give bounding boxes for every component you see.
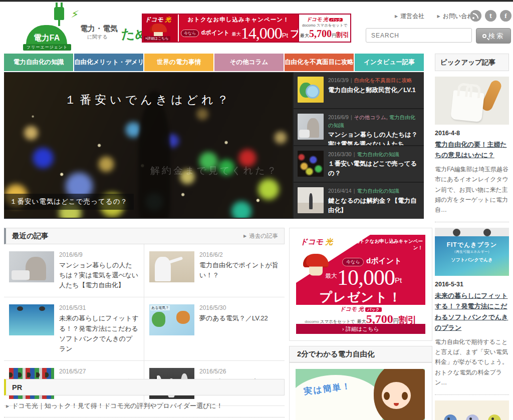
ad-max: 最大 xyxy=(325,272,337,279)
anime-girl-eye xyxy=(402,392,408,400)
banner-points: 14,000 xyxy=(241,24,282,42)
article-thumbnail xyxy=(149,251,194,282)
article-date: 2016-4-8 xyxy=(435,130,509,137)
article-thumbnail xyxy=(435,400,509,420)
hero-article-list: 2016/3/9|自由化を不真面目に攻略 電力自由化と郵政民営化／LV.1 20… xyxy=(294,72,424,219)
twitter-icon[interactable]: t xyxy=(485,10,496,22)
article-date: 2016/5/30 xyxy=(199,304,268,311)
sidebar-article[interactable]: 2016-5-20 xyxy=(435,395,509,420)
article-thumbnail xyxy=(9,251,54,282)
ad-docomo: docomo xyxy=(305,319,319,324)
pr-link[interactable]: ドコモ光｜知っトク！見て得！ドコモ光の評判やプロバイダー選びに！ xyxy=(4,395,285,417)
banner-set-text: スマホをセットで xyxy=(317,23,347,28)
tab-sonota-column[interactable]: その他コラム xyxy=(214,54,284,71)
banner-pack-pill: パック xyxy=(329,18,343,22)
plug-cord xyxy=(58,19,60,26)
section-title: 2分でわかる電力自由化 xyxy=(297,349,374,359)
recent-article[interactable]: 2016/6/9 マンション暮らしの人たちは？実は電気を選べない人たち【電力自由… xyxy=(4,244,144,297)
hero-ghost-text: 解約金まで見てくれた？ xyxy=(150,164,279,177)
banner-pack-block: ドコモ 光パック docomo スマホをセットで 最大5,700円割引 xyxy=(298,15,350,42)
article-thumbnail: FITでんきプラン （再生可能エネルギー） ソフトバンクでんき xyxy=(435,228,509,276)
hero-caption[interactable]: １番安い電気はどこで売ってるの？ xyxy=(4,194,134,210)
person-head-shape xyxy=(483,229,491,236)
recent-section-header: 最近の記事 過去の記事 xyxy=(4,228,285,244)
banner-discount: 5,700 xyxy=(309,28,332,39)
article-thumbnail xyxy=(298,187,324,213)
article-thumbnail xyxy=(298,77,324,103)
middle-column: ドコモ 光 おトクなお申し込みキャンペーン！ 今なら dポイント 最大10,00… xyxy=(289,228,432,420)
rss-icon[interactable] xyxy=(470,10,481,22)
article-title: 鍵となるのは解約金？【電力自由化】 xyxy=(328,196,420,215)
anime-girl-eye xyxy=(384,392,390,400)
banner-details-link[interactable]: »詳細はこちら xyxy=(144,36,170,41)
article-date: 2016/4/14 xyxy=(328,188,352,194)
hero-list-item[interactable]: 2016/6/9|その他コラム, 電力自由化の知識 マンション暮らしの人たちは？… xyxy=(294,109,424,145)
search-input[interactable] xyxy=(366,28,472,43)
site-logo[interactable]: ⚡ 電力FA フリーエージェント 電力・電気 に関する ため になるお話 xyxy=(6,6,140,52)
article-title-link[interactable]: 電力自由化の要！主婦たちの意見はいかに？ xyxy=(435,141,507,159)
ad-set-text: スマホをセットで xyxy=(320,319,355,324)
tab-merit-demerit[interactable]: 自由化メリット・デメリット xyxy=(74,54,143,71)
pr-section-header: PR xyxy=(4,379,285,395)
tab-fumajime-kouryaku[interactable]: 自由化を不真面目に攻略 xyxy=(285,54,354,71)
banner-text: ソフトバンクでんき xyxy=(435,257,509,263)
lightning-icon: ⚡ xyxy=(70,8,80,22)
hero-slide[interactable]: １番安いでんきはどれ？ 解約金まで見てくれた？ １番安い電気はどこで売ってるの？ xyxy=(4,73,293,218)
article-category[interactable]: 自由化を不真面目に攻略 xyxy=(354,77,412,83)
ad-details-link[interactable]: › 詳細はこちら xyxy=(296,324,425,334)
recent-article[interactable]: ある電気？ 2016/5/30 夢のある電気？／LV.22 xyxy=(144,297,285,361)
sidebar-header: ピックアップ記事 xyxy=(435,54,509,71)
tab-sekai-jijou[interactable]: 世界の電力事情 xyxy=(144,54,213,71)
pr-section: PR ドコモ光｜知っトク！見て得！ドコモ光の評判やプロバイダー選びに！ xyxy=(4,379,285,417)
ad-pt: Pt xyxy=(395,276,402,284)
hero-list-item[interactable]: 2016/4/14|電力自由化の知識 鍵となるのは解約金？【電力自由化】 xyxy=(294,183,424,219)
article-title: 夢のある電気？／LV.22 xyxy=(199,313,268,323)
article-excerpt: 電力自由化で期待することと言えば、まず「安い電気料金」が挙がるでしょう。おトクな… xyxy=(435,337,509,388)
sidebar-article[interactable]: 2016-4-8 電力自由化の要！主婦たちの意見はいかに？ 電力FA編集部は埼玉… xyxy=(435,71,509,222)
article-title: マンション暮らしの人たちは？実は電気を選べない人たち【電… xyxy=(328,130,420,145)
article-title: １番安い電気はどこで売ってるの？ xyxy=(328,159,420,178)
header-banner-ad[interactable]: ドコモ 光 »詳細はこちら おトクなお申し込みキャンペーン！ 今なら dポイント… xyxy=(142,14,351,43)
article-category[interactable]: 電力自由化の知識 xyxy=(357,151,399,157)
section-title: 最近の記事 xyxy=(12,231,49,241)
ad-pack-pill: パック xyxy=(365,307,382,312)
article-title: 電力自由化と郵政民営化／LV.1 xyxy=(328,86,420,95)
hero-list-item[interactable]: 2016/3/9|自由化を不真面目に攻略 電力自由化と郵政民営化／LV.1 xyxy=(294,72,424,108)
recent-article[interactable]: 2016/6/2 電力自由化でポイントが旨い！？ xyxy=(144,244,285,297)
square-ad[interactable]: ドコモ 光 おトクなお申し込みキャンペーン！ 今なら dポイント 最大10,00… xyxy=(289,228,432,341)
tab-interview[interactable]: インタビュー記事 xyxy=(355,54,424,71)
search-button[interactable]: 検索 xyxy=(476,28,511,44)
article-thumbnail xyxy=(298,151,324,177)
article-date: 2016/6/2 xyxy=(199,251,280,258)
article-thumbnail xyxy=(9,304,54,335)
recent-article[interactable]: 2016/5/31 未来の暮らしにフィットする！？発電方法にこだわるソフトバンク… xyxy=(4,297,144,361)
banner-pack-brand: ドコモ 光 xyxy=(307,17,328,22)
sidebar-article[interactable]: FITでんきプラン （再生可能エネルギー） ソフトバンクでんき 2016-5-3… xyxy=(435,222,509,395)
banner-yen: 円 xyxy=(332,33,336,38)
banner-campaign: おトクなお申し込みキャンペーン！ xyxy=(179,15,298,24)
hero-person-silhouette xyxy=(138,99,170,218)
main-nav: 電力自由化の知識 自由化メリット・デメリット 世界の電力事情 その他コラム 自由… xyxy=(4,54,424,71)
tab-denryoku-jiyuka-chishiki[interactable]: 電力自由化の知識 xyxy=(4,54,73,71)
top-strip xyxy=(0,0,513,2)
link-company[interactable]: 運営会社 xyxy=(395,13,424,20)
video-thumbnail-box[interactable]: 実は簡単！ xyxy=(289,362,432,420)
hero-title: １番安いでんきはどれ？ xyxy=(4,92,293,108)
article-date: 2016/6/9 xyxy=(59,251,139,258)
hero-list-item[interactable]: 2016/3/30|電力自由化の知識 １番安い電気はどこで売ってるの？ xyxy=(294,146,424,182)
article-category[interactable]: その他コラム, xyxy=(354,114,388,120)
banner-discount-label: 割引 xyxy=(336,31,349,39)
ad-brand: ドコモ xyxy=(300,237,323,246)
article-date: 2016/5/26 xyxy=(199,368,280,375)
banner-middle: おトクなお申し込みキャンペーン！ 今なら dポイント 最大14,000Pt プレ… xyxy=(179,15,298,42)
article-category[interactable]: 電力自由化の知識 xyxy=(357,188,399,194)
article-title-link[interactable]: 未来の暮らしにフィットする！？発電方法にこだわるソフトバンクでんきのプラン xyxy=(435,292,508,331)
article-date: 2016/5/27 xyxy=(59,368,139,375)
facebook-icon[interactable]: f xyxy=(500,10,511,22)
past-articles-link[interactable]: 過去の記事 xyxy=(243,232,278,240)
article-date: 2016/3/9 xyxy=(328,77,349,83)
ad-discount-max: 最大 xyxy=(357,319,366,324)
video-section: 2分でわかる電力自由化 実は簡単！ xyxy=(289,346,432,420)
banner-dpoint: dポイント xyxy=(201,29,229,36)
ad-present: プレゼント！ xyxy=(296,289,425,305)
